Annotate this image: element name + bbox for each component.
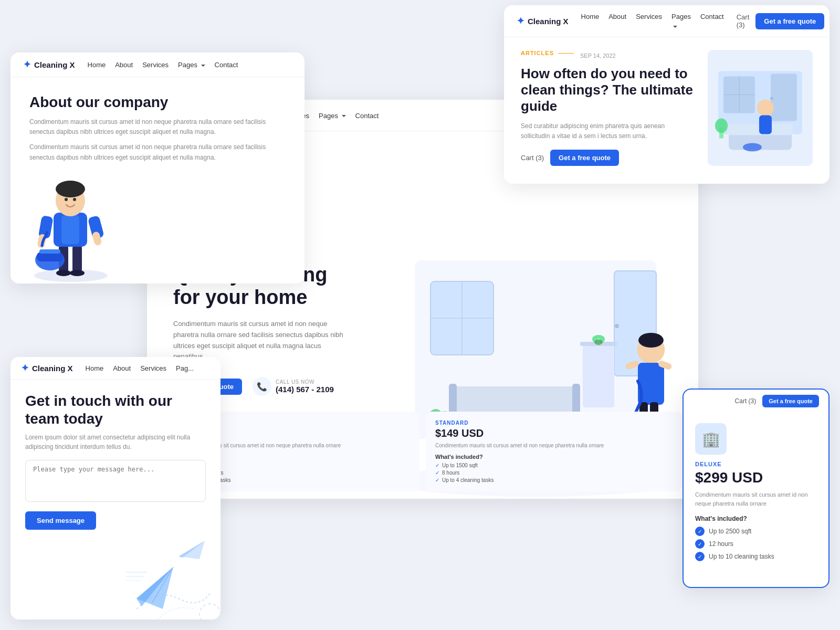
pricing-nav-right: Cart (3) Get a free quote xyxy=(735,395,819,407)
svg-point-65 xyxy=(743,143,762,151)
article-logo-icon: ✦ xyxy=(517,15,524,27)
deluxe-tier: DELUXE xyxy=(695,461,817,467)
article-nav-links: Home About Services Pages Contact xyxy=(581,12,724,30)
svg-point-47 xyxy=(65,198,68,201)
hero-description: Condimentum mauris sit cursus amet id no… xyxy=(173,319,352,362)
contact-body: Get in touch with our team today Lorem i… xyxy=(10,380,220,542)
article-nav: ✦ Cleaning X Home About Services Pages C… xyxy=(504,5,830,37)
deluxe-f3: ✓ Up to 10 cleaning tasks xyxy=(695,552,817,561)
price-card-standard: STANDARD $149 USD Condimentum mauris sit… xyxy=(426,412,682,491)
article-actions: Cart (3) Get a free quote xyxy=(521,150,693,166)
svg-marker-66 xyxy=(136,567,173,609)
svg-rect-13 xyxy=(449,386,580,413)
about-p1: Condimentum mauris sit cursus amet id no… xyxy=(29,117,286,137)
check-s3: ✓ xyxy=(435,477,439,483)
svg-rect-57 xyxy=(771,74,797,121)
about-brand: Cleaning X xyxy=(34,60,75,69)
nav-pages[interactable]: Pages xyxy=(319,112,345,120)
standard-price: $149 USD xyxy=(435,427,673,439)
deluxe-f2: ✓ 12 hours xyxy=(695,539,817,549)
about-illustration xyxy=(10,163,131,284)
contact-logo: ✦ Cleaning X xyxy=(21,362,73,374)
svg-point-74 xyxy=(200,604,220,620)
article-desc: Sed curabitur adipiscing enim pharetra q… xyxy=(521,121,693,141)
svg-marker-67 xyxy=(136,567,173,606)
about-nav-contact[interactable]: Contact xyxy=(215,61,238,69)
phone-icon: 📞 xyxy=(253,377,271,396)
article-cart[interactable]: Cart (3) xyxy=(737,13,750,29)
pages-dropdown-icon xyxy=(342,115,346,117)
art-nav-pages[interactable]: Pages xyxy=(671,13,691,30)
article-card: ✦ Cleaning X Home About Services Pages C… xyxy=(504,5,830,184)
deluxe-includes: What's included? xyxy=(695,515,817,522)
svg-rect-7 xyxy=(583,344,614,407)
article-image-svg xyxy=(708,50,813,166)
article-text: ARTICLES SEP 14, 2022 How often do you n… xyxy=(521,50,693,166)
check-s1: ✓ xyxy=(435,463,439,468)
std-f3: ✓Up to 4 cleaning tasks xyxy=(435,477,673,483)
about-title: About our company xyxy=(29,94,286,111)
standard-desc: Condimentum mauris sit cursus amet id no… xyxy=(435,442,673,449)
svg-rect-51 xyxy=(39,249,60,254)
art-nav-about[interactable]: About xyxy=(608,13,626,20)
pricing-card: Cart (3) Get a free quote 🏢 DELUXE $299 … xyxy=(682,388,830,588)
svg-marker-70 xyxy=(178,541,205,558)
call-info: CALL US NOW (414) 567 - 2109 xyxy=(276,379,334,394)
about-nav-home[interactable]: Home xyxy=(88,61,106,69)
svg-line-68 xyxy=(152,567,173,603)
pricing-cta[interactable]: Get a free quote xyxy=(762,395,819,407)
call-number: (414) 567 - 2109 xyxy=(276,385,334,394)
contact-message[interactable] xyxy=(25,460,206,502)
contact-title: Get in touch with our team today xyxy=(25,392,206,427)
send-button[interactable]: Send message xyxy=(25,511,96,530)
about-logo: ✦ Cleaning X xyxy=(23,59,75,70)
article-category-text: ARTICLES xyxy=(521,50,554,56)
article-cta-2[interactable]: Get a free quote xyxy=(550,150,619,166)
contact-nav: ✦ Cleaning X Home About Services Pag... xyxy=(10,357,220,380)
con-nav-about[interactable]: About xyxy=(113,364,131,372)
about-cleaner-svg xyxy=(10,163,131,284)
about-logo-icon: ✦ xyxy=(23,59,31,70)
article-meta: ARTICLES SEP 14, 2022 xyxy=(521,50,693,61)
pricing-inner: 🏢 DELUXE $299 USD Condimentum mauris sit… xyxy=(684,413,828,575)
article-cta[interactable]: Get a free quote xyxy=(755,13,824,29)
article-brand: Cleaning X xyxy=(528,17,569,26)
con-nav-home[interactable]: Home xyxy=(86,364,104,372)
standard-includes: What's included? xyxy=(435,454,673,460)
contact-card: ✦ Cleaning X Home About Services Pag... … xyxy=(10,357,220,620)
svg-point-34 xyxy=(34,269,108,282)
article-date: SEP 14, 2022 xyxy=(580,52,616,59)
svg-point-64 xyxy=(715,118,728,133)
article-cart-2[interactable]: Cart (3) xyxy=(521,154,544,162)
svg-marker-69 xyxy=(178,541,205,559)
svg-point-6 xyxy=(615,324,619,328)
building-icon: 🏢 xyxy=(695,423,727,455)
svg-point-11 xyxy=(594,340,603,345)
con-nav-services[interactable]: Services xyxy=(140,364,166,372)
deluxe-price: $299 USD xyxy=(695,469,817,486)
about-nav-about[interactable]: About xyxy=(115,61,133,69)
deluxe-f1: ✓ Up to 2500 sqft xyxy=(695,527,817,536)
about-nav-links: Home About Services Pages Contact xyxy=(88,60,238,69)
check-s2: ✓ xyxy=(435,470,439,476)
pricing-nav: Cart (3) Get a free quote xyxy=(684,390,828,413)
about-nav-services[interactable]: Services xyxy=(142,61,169,69)
art-nav-contact[interactable]: Contact xyxy=(700,13,724,20)
con-nav-pages[interactable]: Pag... xyxy=(176,364,194,372)
art-nav-home[interactable]: Home xyxy=(581,13,600,20)
art-nav-services[interactable]: Services xyxy=(636,13,662,20)
nav-contact[interactable]: Contact xyxy=(355,112,379,120)
svg-point-61 xyxy=(757,99,774,116)
feat-check-1: ✓ xyxy=(695,527,705,536)
call-label: CALL US NOW xyxy=(276,379,334,385)
deluxe-desc: Condimentum mauris sit cursus amet id no… xyxy=(695,490,817,508)
contact-desc: Lorem ipsum dolor sit amet consectetur a… xyxy=(25,433,206,452)
art-pages-arrow xyxy=(673,26,677,28)
deluxe-f1-text: Up to 2500 sqft xyxy=(709,528,751,535)
std-f3-text: Up to 4 cleaning tasks xyxy=(442,477,494,483)
about-nav-pages[interactable]: Pages xyxy=(178,61,205,69)
svg-point-58 xyxy=(770,97,773,100)
pricing-cart[interactable]: Cart (3) xyxy=(735,397,757,405)
svg-point-46 xyxy=(56,181,85,197)
std-f2: ✓8 hours xyxy=(435,470,673,476)
